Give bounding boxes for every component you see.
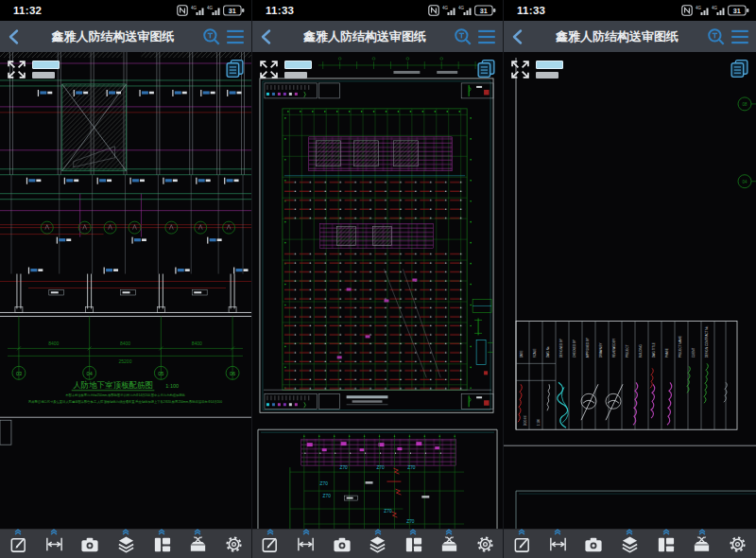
stair-shaft [62, 84, 127, 171]
title-bar: 鑫雅人防结构送审图纸 [252, 21, 503, 52]
bottom-toolbar [504, 529, 756, 558]
title-block-table: DATE SCALE DWG No. DESIGNED BY CHECKED B… [516, 321, 737, 429]
title-bar: 鑫雅人防结构送审图纸 [504, 21, 756, 52]
network-type: 4G [207, 6, 214, 10]
status-icons: 4G 4G 31 [177, 5, 245, 16]
measure-button[interactable] [288, 530, 324, 558]
sheets-icon [475, 58, 497, 79]
corner-box [0, 420, 11, 445]
dimension-lines [8, 316, 243, 379]
table-header: DWG No. [546, 345, 550, 357]
beam-label: Z70 [320, 481, 329, 486]
sheets-button[interactable] [729, 58, 750, 79]
toolbox-icon [439, 534, 459, 554]
sheets-button[interactable] [475, 58, 497, 79]
fullscreen-button[interactable] [260, 61, 278, 78]
cad-drawing-title-block: 08 04 DATE SCALE [504, 52, 756, 529]
layers-icon [620, 534, 640, 554]
chevron-up-icon [121, 529, 130, 535]
find-text-icon[interactable] [706, 26, 727, 47]
status-icons: 4G 4G 31 [428, 5, 496, 16]
fullscreen-button[interactable] [8, 61, 26, 78]
back-icon[interactable] [6, 27, 25, 46]
table-header: APPROVED BY [586, 338, 590, 357]
status-bar: 11:33 4G 4G 31 [504, 0, 756, 21]
edit-button[interactable] [252, 530, 288, 558]
camera-button[interactable] [324, 530, 360, 558]
menu-icon[interactable] [730, 26, 750, 47]
menu-icon[interactable] [225, 26, 246, 47]
signal-icon: 4G [696, 5, 709, 16]
signal-icon-2: 4G [712, 5, 725, 16]
sheet1-bottom-strip [264, 390, 491, 404]
sheets-button[interactable] [224, 58, 246, 79]
chevron-up-icon [625, 529, 634, 535]
camera-icon [332, 534, 352, 554]
status-bar: 11:33 4G 4G 31 [252, 0, 503, 21]
dimension-total-label: 25200 [119, 358, 132, 364]
chevron-up-icon [193, 529, 202, 535]
table-signatures [518, 363, 727, 427]
layers-button[interactable] [108, 530, 144, 558]
layers-icon [368, 534, 387, 554]
edit-button[interactable] [504, 530, 540, 558]
layout-button[interactable] [144, 530, 180, 558]
camera-button[interactable] [576, 530, 611, 558]
settings-button[interactable] [215, 530, 251, 558]
axis-bubble-label: 06 [230, 371, 235, 376]
measure-button[interactable] [540, 530, 576, 558]
camera-button[interactable] [72, 530, 108, 558]
scale-bars [536, 61, 563, 78]
legend-box [319, 83, 340, 98]
page-title: 鑫雅人防结构送审图纸 [27, 28, 198, 45]
network-type: 4G [696, 6, 702, 10]
chevron-up-icon [49, 529, 59, 535]
layout-button[interactable] [395, 530, 431, 558]
table-header: CHECKED BY [573, 340, 576, 357]
chevron-up-icon [517, 529, 526, 535]
cad-viewport[interactable]: Z70 Z70 Z70 Z70 Z70 Z70 Z70 [252, 52, 503, 529]
edit-icon [9, 534, 28, 554]
magenta-band-1 [309, 137, 452, 171]
gear-icon [728, 534, 747, 554]
scale-bars [284, 61, 312, 78]
battery-icon: 31 [728, 5, 749, 16]
layout-icon [656, 534, 676, 554]
phone-screen-1: 11:32 4G 4G 31 鑫雅人防结构送审图纸 [0, 0, 252, 558]
fullscreen-button[interactable] [511, 61, 529, 78]
axis-bubble-label: 04 [742, 180, 747, 184]
settings-button[interactable] [467, 530, 503, 558]
expand-arrows-icon [8, 61, 26, 78]
network-type: 4G [442, 6, 449, 10]
layers-button[interactable] [611, 530, 647, 558]
tools-button[interactable] [684, 530, 720, 558]
settings-button[interactable] [720, 530, 756, 558]
table-header: DWG TITLE [652, 342, 656, 357]
layers-button[interactable] [360, 530, 396, 558]
layout-icon [152, 534, 172, 554]
gear-icon [475, 534, 495, 554]
edit-button[interactable] [0, 530, 36, 558]
measure-button[interactable] [36, 530, 72, 558]
beam-label: Z70 [384, 509, 392, 514]
menu-icon[interactable] [476, 26, 497, 47]
rebar-rows [284, 181, 465, 391]
battery-percent: 31 [229, 7, 236, 15]
layout-button[interactable] [648, 530, 684, 558]
legend-box [319, 393, 340, 409]
chevron-up-icon [301, 529, 311, 535]
back-icon[interactable] [509, 27, 528, 46]
detail-figures [472, 299, 493, 375]
scale-bars [32, 61, 60, 78]
cad-viewport[interactable]: 8400 8400 8400 25200 03 04 05 06 人防地下室顶板… [0, 52, 251, 529]
find-text-icon[interactable] [453, 26, 473, 47]
cad-viewport[interactable]: 08 04 DATE SCALE [504, 52, 756, 529]
drawing-note-1: 本图未标注板厚均为h=250mm,板配筋图示以外均为Φ14@200,图中未示均为… [65, 392, 185, 397]
expand-arrows-icon [260, 61, 278, 78]
table-header: PHASE [665, 348, 669, 357]
tools-button[interactable] [431, 530, 467, 558]
beam-label: Z70 [406, 519, 415, 524]
tools-button[interactable] [180, 530, 215, 558]
find-text-icon[interactable] [201, 26, 222, 47]
back-icon[interactable] [258, 27, 277, 46]
